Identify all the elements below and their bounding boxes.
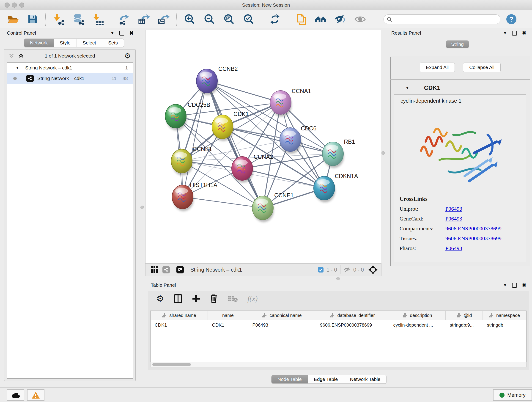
crosslink-link[interactable]: 9606.ENSP00000378699 (445, 235, 501, 242)
results-panel-close-icon[interactable]: ✖ (522, 31, 526, 35)
network-options-gear-icon[interactable]: ⚙ (124, 51, 131, 60)
table-panel-close-icon[interactable]: ✖ (522, 283, 526, 287)
column-header--id[interactable]: @id (446, 311, 483, 320)
show-columns-icon[interactable] (174, 294, 182, 303)
node-CCNB2[interactable]: CCNB2 (196, 65, 238, 95)
node-CCNA2[interactable]: CCNA2 (232, 153, 273, 183)
export-network-icon[interactable] (118, 13, 130, 25)
column-header-canonical-name[interactable]: canonical name (248, 311, 316, 320)
table-panel-menu-icon[interactable]: ▼ (503, 283, 507, 288)
selected-checkbox-icon[interactable] (318, 267, 324, 273)
warning-button[interactable] (27, 389, 44, 401)
cloud-button[interactable] (7, 389, 24, 401)
node-RB1[interactable]: RB1 (322, 138, 355, 168)
tab-network[interactable]: Network (24, 39, 54, 47)
left-splitter-grip[interactable] (140, 206, 144, 209)
hide-details-icon[interactable] (335, 13, 346, 25)
expand-all-button[interactable]: Expand All (420, 63, 455, 72)
import-table-icon[interactable] (92, 13, 104, 25)
crosslink-link[interactable]: P06493 (445, 245, 462, 251)
crosslink-link[interactable]: P06493 (445, 206, 462, 212)
control-panel-float-icon[interactable] (119, 31, 124, 36)
tab-style[interactable]: Style (54, 39, 77, 47)
zoom-in-icon[interactable] (184, 13, 196, 25)
import-network-file-icon[interactable] (53, 13, 65, 25)
collapse-all-button[interactable]: Collapse All (463, 63, 500, 72)
zoom-fit-icon[interactable] (223, 13, 235, 25)
right-splitter-grip[interactable] (381, 151, 385, 155)
search-box[interactable] (384, 14, 500, 24)
search-input[interactable] (393, 16, 492, 22)
edge-CCNB2-HIST1H1A[interactable] (183, 81, 207, 197)
grid-view-icon[interactable] (151, 266, 158, 274)
collection-collapse-icon[interactable]: ▼ (16, 66, 19, 70)
tab-node-table[interactable]: Node Table (272, 375, 308, 383)
network-overview-icon[interactable] (315, 13, 327, 25)
table-row[interactable]: CDK1CDK1P064939606.ENSP00000378699cyclin… (151, 320, 526, 330)
cell--id[interactable]: stringdb:9... (446, 320, 483, 330)
node-CDKN1A[interactable]: CDKN1A (314, 173, 358, 202)
delete-column-icon[interactable] (210, 294, 218, 303)
gene-collapse-icon[interactable]: ▼ (405, 85, 409, 90)
pan-crosshair-icon[interactable] (368, 265, 378, 274)
open-in-window-icon[interactable] (177, 266, 184, 274)
network-collection-row[interactable]: ▼ String Network – cdk1 1 (7, 63, 133, 73)
node-CCNB1[interactable]: CCNB1 (171, 146, 212, 175)
export-image-icon[interactable] (158, 13, 170, 25)
node-CDC25B[interactable]: CDC25B (165, 102, 210, 130)
network-canvas[interactable]: CCNB2CCNA1CDC25BCDK1CDC6RB1CCNB1CCNA2CDK… (145, 30, 381, 264)
zoom-selected-icon[interactable] (243, 13, 255, 25)
control-panel-close-icon[interactable]: ✖ (129, 31, 133, 35)
column-header-namespace[interactable]: namespace (483, 311, 526, 320)
hidden-eye-icon[interactable] (344, 267, 351, 273)
documents-icon[interactable] (295, 13, 307, 25)
cell-description[interactable]: cyclin-dependent ... (389, 320, 446, 330)
node-CDK1[interactable]: CDK1 (212, 111, 249, 141)
string-view-icon[interactable] (162, 266, 170, 274)
table-hscrollbar[interactable] (150, 362, 526, 367)
results-panel-float-icon[interactable] (512, 31, 517, 36)
node-CCNE1[interactable]: CCNE1 (252, 192, 294, 222)
tab-string[interactable]: String (446, 41, 469, 48)
eye-icon[interactable] (354, 13, 366, 25)
control-panel-menu-icon[interactable]: ▼ (110, 31, 114, 36)
save-session-icon[interactable] (27, 13, 38, 25)
tab-sets[interactable]: Sets (102, 39, 124, 47)
column-header-name[interactable]: name (208, 311, 248, 320)
tab-network-table[interactable]: Network Table (344, 375, 386, 383)
cell-canonical-name[interactable]: P06493 (248, 320, 316, 330)
memory-button[interactable]: Memory (493, 389, 532, 401)
help-icon[interactable]: ? (506, 14, 516, 24)
import-network-database-icon[interactable] (72, 13, 84, 25)
cell-database-identifier[interactable]: 9606.ENSP00000378699 (316, 320, 389, 330)
crosslink-link[interactable]: 9606.ENSP00000378699 (445, 225, 501, 232)
tab-select[interactable]: Select (77, 39, 102, 47)
open-session-icon[interactable] (7, 13, 19, 25)
crosslink-link[interactable]: P06493 (445, 216, 462, 222)
node-CDC6[interactable]: CDC6 (280, 125, 317, 154)
edge-CCNA2-CDKN1A[interactable] (242, 168, 324, 188)
zoom-out-icon[interactable] (203, 13, 215, 25)
edge-HIST1H1A-CCNE1[interactable] (183, 197, 263, 208)
table-options-gear-icon[interactable]: ⚙ (156, 294, 164, 303)
cell-namespace[interactable]: stringdb (483, 320, 526, 330)
apply-layout-icon[interactable] (269, 13, 281, 25)
cell-shared-name[interactable]: CDK1 (151, 320, 208, 330)
function-builder-icon[interactable]: f(x) (247, 294, 258, 303)
network-row[interactable]: String Network – cdk1 11 48 (7, 73, 133, 84)
export-table-icon[interactable] (138, 13, 150, 25)
column-header-database-identifier[interactable]: database identifier (316, 311, 389, 320)
edge-CCNB2-CCNE1[interactable] (207, 81, 263, 208)
cell-name[interactable]: CDK1 (208, 320, 248, 330)
table-hscrollbar-thumb[interactable] (152, 363, 191, 366)
add-column-icon[interactable] (192, 294, 200, 303)
results-panel-menu-icon[interactable]: ▼ (503, 31, 507, 36)
column-header-shared-name[interactable]: shared name (151, 311, 208, 320)
column-header-description[interactable]: description (389, 311, 446, 320)
node-HIST1H1A[interactable]: HIST1H1A (172, 182, 217, 211)
edge-CCNB2-CCNA1[interactable] (207, 81, 281, 102)
tab-edge-table[interactable]: Edge Table (308, 375, 344, 383)
delete-table-icon[interactable] (227, 295, 238, 303)
table-panel-float-icon[interactable] (512, 283, 517, 288)
bottom-splitter-grip[interactable] (336, 277, 340, 280)
